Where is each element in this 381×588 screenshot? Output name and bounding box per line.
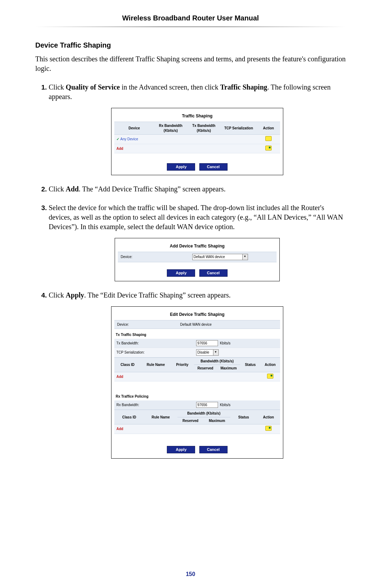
fig1-cancel-button[interactable]: Cancel [199, 163, 228, 171]
step-list: Click Quality of Service in the Advanced… [35, 82, 346, 459]
fig3-rx-bw-input[interactable]: 97656 [196, 402, 218, 408]
step-1-text-a: Click [49, 83, 66, 91]
fig3-device-row: Device: Default WAN device [114, 320, 280, 329]
fig3-apply-button[interactable]: Apply [167, 446, 195, 453]
chevron-down-icon: ▾ [213, 350, 218, 355]
fig1-row-any-device: ✓Any Device [114, 135, 280, 144]
fig3-col-status: Status [240, 357, 260, 372]
fig3-col-action: Action [260, 357, 280, 372]
fig1-col-device: Device [114, 122, 154, 135]
fig3-tcp-value: Disable [198, 350, 209, 354]
add-icon[interactable] [267, 374, 273, 379]
fig2-apply-button[interactable]: Apply [167, 269, 195, 277]
fig3-col-rulename: Rule Name [141, 357, 171, 372]
figure-traffic-shaping: Traffic Shaping Device Rx Bandwidth (Kbi… [111, 108, 283, 175]
step-1-qos: Quality of Service [66, 83, 120, 91]
fig3-device-value: Default WAN device [177, 320, 280, 329]
fig1-col-tx: Tx Bandwidth (Kbits/s) [187, 122, 220, 135]
add-icon[interactable] [265, 426, 272, 431]
fig1-any-device-link[interactable]: Any Device [120, 137, 138, 141]
step-2-add: Add [66, 185, 79, 193]
fig3-rx-col-reserved: Reserved [177, 417, 204, 424]
step-2-text-c: . The “Add Device Traffic Shaping” scree… [79, 185, 225, 193]
fig2-title: Add Device Traffic Shaping [118, 241, 277, 252]
fig2-device-dropdown[interactable]: Default WAN device ▾ [192, 254, 248, 260]
fig3-tcp-label: TCP Serialization: [114, 348, 194, 357]
fig3-tx-class-table: Class ID Rule Name Priority Bandwidth (K… [114, 357, 280, 382]
fig3-rx-class-table: Class ID Rule Name Bandwidth (Kbits/s) S… [114, 410, 280, 434]
figure-edit-device-traffic-shaping: Edit Device Traffic Shaping Device: Defa… [111, 306, 283, 459]
add-icon[interactable] [265, 146, 272, 151]
fig3-tx-section-heading: Tx Traffic Shaping [114, 329, 280, 339]
header-divider [35, 26, 346, 27]
step-4-text-a: Click [49, 291, 66, 299]
fig3-col-reserved: Reserved [194, 365, 217, 372]
fig2-table: Device: Default WAN device ▾ [118, 252, 277, 262]
step-1-text-c: in the Advanced screen, then click [120, 83, 220, 91]
chevron-down-icon: ▾ [242, 254, 248, 260]
fig3-col-bandwidth: Bandwidth (Kbits/s) [194, 357, 241, 365]
step-2: Click Add. The “Add Device Traffic Shapi… [49, 184, 346, 194]
step-2-text-a: Click [49, 185, 66, 193]
fig1-apply-button[interactable]: Apply [167, 163, 195, 171]
fig1-add-link[interactable]: Add [116, 147, 123, 151]
fig3-title: Edit Device Traffic Shaping [114, 310, 280, 320]
fig1-col-action: Action [257, 122, 280, 135]
fig3-tx-params: Tx Bandwidth: 97656 Kbits/s TCP Serializ… [114, 339, 280, 357]
fig2-button-bar: Apply Cancel [118, 262, 277, 277]
step-4: Click Apply. The “Edit Device Traffic Sh… [49, 290, 346, 459]
step-4-text-c: . The “Edit Device Traffic Shaping” scre… [84, 291, 231, 299]
fig3-col-maximum: Maximum [217, 365, 240, 372]
section-heading: Device Traffic Shaping [35, 41, 346, 49]
fig3-rx-bw-unit: Kbits/s [220, 403, 230, 407]
fig3-rx-section-heading: Rx Traffice Policing [114, 391, 280, 400]
fig3-tcp-dropdown[interactable]: Disable ▾ [196, 349, 219, 356]
fig3-rx-col-classid: Class ID [114, 410, 144, 424]
fig2-cancel-button[interactable]: Cancel [199, 269, 228, 277]
fig2-device-value: Default WAN device [194, 255, 225, 259]
fig3-rx-params: Rx Bandwidth: 97656 Kbits/s [114, 400, 280, 410]
figure-add-device-traffic-shaping: Add Device Traffic Shaping Device: Defau… [115, 238, 280, 281]
fig1-row-add: Add [114, 144, 280, 153]
fig3-rx-bw-label: Rx Bandwidth: [114, 400, 194, 410]
fig3-rx-col-bandwidth: Bandwidth (Kbits/s) [177, 410, 230, 417]
fig3-rx-col-action: Action [257, 410, 280, 424]
fig3-col-priority: Priority [171, 357, 194, 372]
fig3-device-label: Device: [114, 320, 177, 329]
fig3-tx-bw-unit: Kbits/s [220, 341, 230, 345]
fig3-button-bar: Apply Cancel [114, 434, 280, 453]
fig3-cancel-button[interactable]: Cancel [199, 446, 228, 453]
edit-icon[interactable] [265, 136, 272, 141]
fig3-tx-bw-label: Tx Bandwidth: [114, 339, 194, 348]
step-3-text: Select the device for which the traffic … [49, 204, 343, 231]
fig1-button-bar: Apply Cancel [114, 153, 280, 171]
fig1-col-tcp: TCP Serialization [220, 122, 257, 135]
doc-header-title: Wireless Broadband Router User Manual [35, 14, 346, 26]
fig3-rx-col-status: Status [230, 410, 257, 424]
fig3-rx-add-row: Add [114, 424, 280, 434]
fig2-device-label: Device: [118, 252, 189, 262]
page-number: 150 [0, 571, 381, 577]
fig3-tx-add-row: Add [114, 372, 280, 381]
fig3-tx-bw-input[interactable]: 97656 [196, 340, 218, 347]
step-1: Click Quality of Service in the Advanced… [49, 82, 346, 175]
fig1-table: Device Rx Bandwidth (Kbits/s) Tx Bandwid… [114, 122, 280, 153]
document-page: Wireless Broadband Router User Manual De… [0, 0, 381, 588]
fig3-rx-add-link[interactable]: Add [116, 427, 123, 431]
step-3: Select the device for which the traffic … [49, 203, 346, 281]
check-icon: ✓ [116, 137, 119, 141]
fig3-rx-col-rulename: Rule Name [144, 410, 177, 424]
fig3-rx-col-maximum: Maximum [204, 417, 230, 424]
fig1-title: Traffic Shaping [114, 111, 280, 122]
step-1-traffic-shaping: Traffic Shaping [220, 83, 267, 91]
section-intro: This section describes the different Tra… [35, 54, 346, 73]
fig3-tx-add-link[interactable]: Add [116, 375, 123, 379]
step-4-apply: Apply [66, 291, 84, 299]
fig1-col-rx: Rx Bandwidth (Kbits/s) [154, 122, 187, 135]
fig3-col-classid: Class ID [114, 357, 141, 372]
